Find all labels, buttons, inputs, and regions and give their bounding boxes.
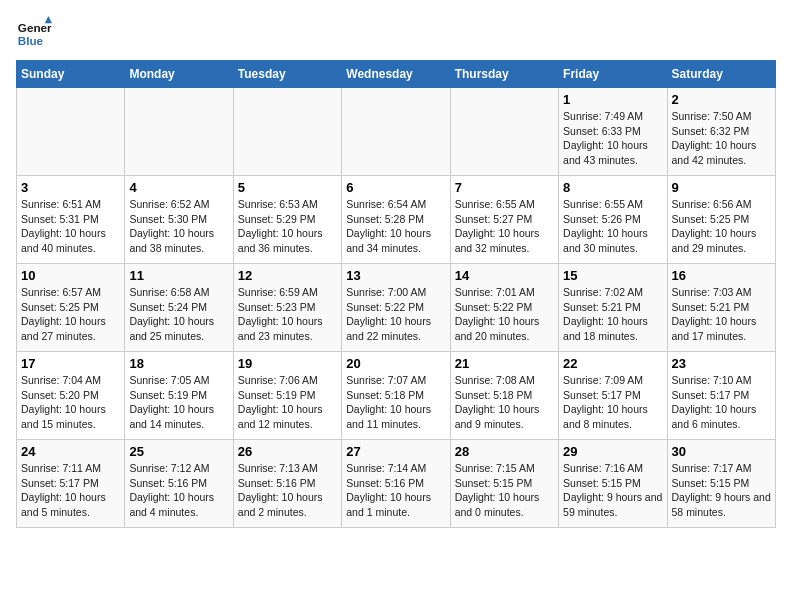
calendar-cell: 4Sunrise: 6:52 AM Sunset: 5:30 PM Daylig…: [125, 176, 233, 264]
calendar-week-3: 10Sunrise: 6:57 AM Sunset: 5:25 PM Dayli…: [17, 264, 776, 352]
day-info: Sunrise: 6:58 AM Sunset: 5:24 PM Dayligh…: [129, 285, 228, 344]
calendar-cell: 8Sunrise: 6:55 AM Sunset: 5:26 PM Daylig…: [559, 176, 667, 264]
day-info: Sunrise: 7:05 AM Sunset: 5:19 PM Dayligh…: [129, 373, 228, 432]
day-info: Sunrise: 6:51 AM Sunset: 5:31 PM Dayligh…: [21, 197, 120, 256]
day-number: 22: [563, 356, 662, 371]
day-number: 27: [346, 444, 445, 459]
calendar-cell: 14Sunrise: 7:01 AM Sunset: 5:22 PM Dayli…: [450, 264, 558, 352]
day-number: 20: [346, 356, 445, 371]
weekday-header-wednesday: Wednesday: [342, 61, 450, 88]
day-number: 21: [455, 356, 554, 371]
calendar-cell: 10Sunrise: 6:57 AM Sunset: 5:25 PM Dayli…: [17, 264, 125, 352]
weekday-header-row: SundayMondayTuesdayWednesdayThursdayFrid…: [17, 61, 776, 88]
day-number: 17: [21, 356, 120, 371]
day-info: Sunrise: 7:17 AM Sunset: 5:15 PM Dayligh…: [672, 461, 771, 520]
calendar-cell: [450, 88, 558, 176]
day-number: 11: [129, 268, 228, 283]
day-info: Sunrise: 7:16 AM Sunset: 5:15 PM Dayligh…: [563, 461, 662, 520]
weekday-header-saturday: Saturday: [667, 61, 775, 88]
weekday-header-sunday: Sunday: [17, 61, 125, 88]
day-info: Sunrise: 6:52 AM Sunset: 5:30 PM Dayligh…: [129, 197, 228, 256]
calendar-cell: 19Sunrise: 7:06 AM Sunset: 5:19 PM Dayli…: [233, 352, 341, 440]
calendar-week-1: 1Sunrise: 7:49 AM Sunset: 6:33 PM Daylig…: [17, 88, 776, 176]
day-info: Sunrise: 6:56 AM Sunset: 5:25 PM Dayligh…: [672, 197, 771, 256]
day-number: 18: [129, 356, 228, 371]
weekday-header-thursday: Thursday: [450, 61, 558, 88]
logo-icon: General Blue: [16, 16, 52, 52]
calendar-cell: 2Sunrise: 7:50 AM Sunset: 6:32 PM Daylig…: [667, 88, 775, 176]
day-number: 8: [563, 180, 662, 195]
day-number: 10: [21, 268, 120, 283]
day-number: 9: [672, 180, 771, 195]
day-info: Sunrise: 6:57 AM Sunset: 5:25 PM Dayligh…: [21, 285, 120, 344]
day-number: 7: [455, 180, 554, 195]
day-number: 5: [238, 180, 337, 195]
calendar-cell: [233, 88, 341, 176]
day-info: Sunrise: 7:12 AM Sunset: 5:16 PM Dayligh…: [129, 461, 228, 520]
day-number: 1: [563, 92, 662, 107]
calendar-cell: 5Sunrise: 6:53 AM Sunset: 5:29 PM Daylig…: [233, 176, 341, 264]
svg-marker-2: [45, 16, 52, 23]
calendar-cell: 9Sunrise: 6:56 AM Sunset: 5:25 PM Daylig…: [667, 176, 775, 264]
calendar-week-2: 3Sunrise: 6:51 AM Sunset: 5:31 PM Daylig…: [17, 176, 776, 264]
day-number: 6: [346, 180, 445, 195]
day-info: Sunrise: 7:06 AM Sunset: 5:19 PM Dayligh…: [238, 373, 337, 432]
calendar-cell: 3Sunrise: 6:51 AM Sunset: 5:31 PM Daylig…: [17, 176, 125, 264]
calendar-cell: 11Sunrise: 6:58 AM Sunset: 5:24 PM Dayli…: [125, 264, 233, 352]
day-number: 28: [455, 444, 554, 459]
calendar-cell: 25Sunrise: 7:12 AM Sunset: 5:16 PM Dayli…: [125, 440, 233, 528]
day-info: Sunrise: 7:07 AM Sunset: 5:18 PM Dayligh…: [346, 373, 445, 432]
day-number: 23: [672, 356, 771, 371]
day-info: Sunrise: 6:54 AM Sunset: 5:28 PM Dayligh…: [346, 197, 445, 256]
day-info: Sunrise: 7:00 AM Sunset: 5:22 PM Dayligh…: [346, 285, 445, 344]
page-header: General Blue: [16, 16, 776, 52]
day-number: 4: [129, 180, 228, 195]
calendar-cell: 17Sunrise: 7:04 AM Sunset: 5:20 PM Dayli…: [17, 352, 125, 440]
day-number: 16: [672, 268, 771, 283]
calendar-cell: 18Sunrise: 7:05 AM Sunset: 5:19 PM Dayli…: [125, 352, 233, 440]
logo: General Blue: [16, 16, 52, 52]
calendar-cell: 28Sunrise: 7:15 AM Sunset: 5:15 PM Dayli…: [450, 440, 558, 528]
day-info: Sunrise: 7:49 AM Sunset: 6:33 PM Dayligh…: [563, 109, 662, 168]
weekday-header-friday: Friday: [559, 61, 667, 88]
calendar-week-4: 17Sunrise: 7:04 AM Sunset: 5:20 PM Dayli…: [17, 352, 776, 440]
calendar-cell: 16Sunrise: 7:03 AM Sunset: 5:21 PM Dayli…: [667, 264, 775, 352]
calendar-cell: 27Sunrise: 7:14 AM Sunset: 5:16 PM Dayli…: [342, 440, 450, 528]
calendar-cell: 22Sunrise: 7:09 AM Sunset: 5:17 PM Dayli…: [559, 352, 667, 440]
calendar-cell: 6Sunrise: 6:54 AM Sunset: 5:28 PM Daylig…: [342, 176, 450, 264]
calendar-cell: [17, 88, 125, 176]
calendar-cell: 1Sunrise: 7:49 AM Sunset: 6:33 PM Daylig…: [559, 88, 667, 176]
day-info: Sunrise: 7:11 AM Sunset: 5:17 PM Dayligh…: [21, 461, 120, 520]
day-info: Sunrise: 7:01 AM Sunset: 5:22 PM Dayligh…: [455, 285, 554, 344]
day-number: 13: [346, 268, 445, 283]
weekday-header-monday: Monday: [125, 61, 233, 88]
day-number: 3: [21, 180, 120, 195]
calendar-cell: [342, 88, 450, 176]
day-info: Sunrise: 7:04 AM Sunset: 5:20 PM Dayligh…: [21, 373, 120, 432]
day-number: 25: [129, 444, 228, 459]
calendar-header: SundayMondayTuesdayWednesdayThursdayFrid…: [17, 61, 776, 88]
day-info: Sunrise: 7:02 AM Sunset: 5:21 PM Dayligh…: [563, 285, 662, 344]
calendar-cell: 13Sunrise: 7:00 AM Sunset: 5:22 PM Dayli…: [342, 264, 450, 352]
day-info: Sunrise: 7:10 AM Sunset: 5:17 PM Dayligh…: [672, 373, 771, 432]
calendar-week-5: 24Sunrise: 7:11 AM Sunset: 5:17 PM Dayli…: [17, 440, 776, 528]
day-info: Sunrise: 7:08 AM Sunset: 5:18 PM Dayligh…: [455, 373, 554, 432]
calendar-cell: 30Sunrise: 7:17 AM Sunset: 5:15 PM Dayli…: [667, 440, 775, 528]
day-info: Sunrise: 6:55 AM Sunset: 5:26 PM Dayligh…: [563, 197, 662, 256]
calendar-table: SundayMondayTuesdayWednesdayThursdayFrid…: [16, 60, 776, 528]
weekday-header-tuesday: Tuesday: [233, 61, 341, 88]
day-info: Sunrise: 6:59 AM Sunset: 5:23 PM Dayligh…: [238, 285, 337, 344]
day-info: Sunrise: 6:55 AM Sunset: 5:27 PM Dayligh…: [455, 197, 554, 256]
calendar-cell: [125, 88, 233, 176]
day-number: 14: [455, 268, 554, 283]
calendar-cell: 15Sunrise: 7:02 AM Sunset: 5:21 PM Dayli…: [559, 264, 667, 352]
day-number: 26: [238, 444, 337, 459]
calendar-cell: 26Sunrise: 7:13 AM Sunset: 5:16 PM Dayli…: [233, 440, 341, 528]
day-number: 15: [563, 268, 662, 283]
day-number: 29: [563, 444, 662, 459]
day-number: 30: [672, 444, 771, 459]
calendar-cell: 12Sunrise: 6:59 AM Sunset: 5:23 PM Dayli…: [233, 264, 341, 352]
calendar-cell: 23Sunrise: 7:10 AM Sunset: 5:17 PM Dayli…: [667, 352, 775, 440]
day-info: Sunrise: 7:03 AM Sunset: 5:21 PM Dayligh…: [672, 285, 771, 344]
day-info: Sunrise: 7:14 AM Sunset: 5:16 PM Dayligh…: [346, 461, 445, 520]
